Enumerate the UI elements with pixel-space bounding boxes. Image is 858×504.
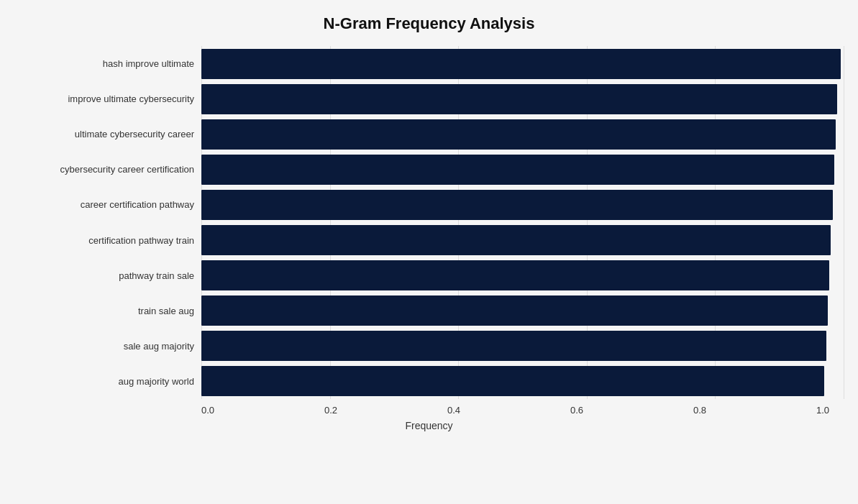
y-label-0: hash improve ultimate: [103, 46, 194, 81]
bar-3: [201, 155, 834, 185]
chart-container: N-Gram Frequency Analysis hash improve u…: [0, 0, 858, 504]
bar-row-9: [201, 364, 844, 399]
bar-row-2: [201, 116, 844, 152]
y-label-9: aug majority world: [119, 364, 195, 399]
y-label-5: certification pathway train: [88, 222, 194, 257]
grid-line-100: [844, 46, 844, 399]
y-label-3: cybersecurity career certification: [60, 152, 194, 187]
x-axis-label: Frequency: [14, 420, 844, 431]
x-tick-0: 0.0: [201, 405, 214, 416]
x-tick-3: 0.6: [570, 405, 583, 416]
x-tick-1: 0.2: [324, 405, 337, 416]
bar-row-0: [201, 46, 844, 81]
y-label-8: sale aug majority: [124, 329, 194, 364]
bar-row-5: [201, 222, 844, 257]
bar-8: [201, 331, 826, 361]
y-label-4: career certification pathway: [81, 187, 194, 222]
bar-6: [201, 260, 829, 290]
bar-9: [201, 366, 824, 396]
y-label-6: pathway train sale: [119, 258, 194, 293]
x-tick-2: 0.4: [447, 405, 460, 416]
bar-5: [201, 225, 831, 255]
x-axis: 0.00.20.40.60.81.0: [14, 405, 844, 416]
x-tick-4: 0.8: [693, 405, 706, 416]
bars-area: [201, 46, 844, 399]
y-axis-labels: hash improve ultimateimprove ultimate cy…: [14, 46, 201, 399]
bar-0: [201, 49, 841, 79]
bar-4: [201, 190, 833, 220]
bar-row-6: [201, 258, 844, 293]
y-label-1: improve ultimate cybersecurity: [68, 81, 194, 116]
bar-row-8: [201, 329, 844, 364]
bar-row-3: [201, 152, 844, 187]
bar-7: [201, 295, 828, 326]
bar-row-4: [201, 187, 844, 222]
chart-title: N-Gram Frequency Analysis: [14, 14, 844, 33]
bar-1: [201, 84, 837, 114]
bar-row-1: [201, 81, 844, 116]
chart-area: hash improve ultimateimprove ultimate cy…: [14, 46, 844, 399]
y-label-7: train sale aug: [138, 293, 194, 329]
bar-row-7: [201, 293, 844, 329]
x-tick-5: 1.0: [816, 405, 829, 416]
y-label-2: ultimate cybersecurity career: [75, 116, 194, 152]
bar-2: [201, 119, 836, 150]
